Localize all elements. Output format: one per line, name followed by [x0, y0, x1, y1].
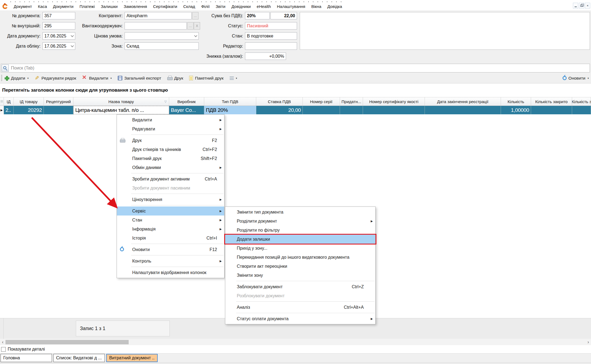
column-header-10[interactable]: Номер сертифікату якості [363, 97, 425, 106]
row-cell-1[interactable]: 2.. [4, 106, 14, 114]
menu-item-14[interactable]: Стан▶ [117, 216, 224, 225]
zone-input[interactable]: Склад [125, 42, 199, 50]
menu-item-11[interactable]: Ціноутворення▶ [117, 195, 224, 204]
show-details-checkbox[interactable] [1, 347, 6, 352]
column-header-11[interactable]: Дата закінчення реєстрації [425, 97, 501, 106]
add-button[interactable]: Додати▾ [4, 76, 29, 81]
row-cell-8[interactable] [303, 106, 340, 114]
menu-item-12[interactable]: АналізCtrl+Alt+A [225, 303, 375, 312]
row-cell-14[interactable] [572, 106, 591, 114]
column-header-5[interactable]: Виробник [169, 97, 204, 106]
delete-button[interactable]: Видалити▾ [82, 76, 112, 81]
export-button[interactable]: Загальний експорт [118, 76, 161, 81]
chevron-down-icon[interactable] [71, 44, 74, 47]
chevron-down-icon[interactable] [71, 34, 74, 37]
search-bar[interactable]: Поиск (Tab) [1, 64, 590, 72]
menu-item-2[interactable]: Каса [35, 4, 50, 9]
discount-field[interactable]: +0,00% [245, 53, 286, 60]
consignee-input[interactable] [125, 22, 187, 30]
menu-item-11[interactable]: Довідники [229, 4, 254, 9]
menu-item-22[interactable]: Налаштувати відображення колонок [117, 268, 224, 277]
column-header-3[interactable]: Рецептурний [44, 97, 73, 106]
row-cell-11[interactable] [425, 106, 501, 114]
menu-item-0[interactable]: Змінити тип документа [225, 208, 375, 217]
row-cell-6[interactable]: ПДВ 20% [204, 106, 256, 114]
menu-item-4[interactable]: Платежі [76, 4, 98, 9]
menu-item-5[interactable]: Пакетний друкShift+F2 [117, 154, 224, 163]
row-cell-7[interactable]: 20,00 [256, 106, 303, 114]
row-cell-5[interactable]: Bayer Co... [169, 106, 204, 114]
menu-item-2[interactable]: Розділити по фільтру [225, 226, 375, 235]
consignee-browse-button[interactable]: ... [187, 22, 194, 30]
menu-item-7[interactable]: Змінити зону [225, 271, 375, 280]
close-button[interactable]: × [585, 3, 590, 8]
price-condition-select[interactable] [125, 32, 199, 40]
menu-item-10[interactable]: Звіти [213, 4, 229, 9]
menu-item-6[interactable]: Обмін даними▶ [117, 163, 224, 172]
vat-percent-field[interactable]: 20% [245, 12, 270, 19]
chevron-down-icon[interactable] [194, 34, 197, 37]
menu-item-8[interactable]: Зробити документ активнимCtrl+A [117, 174, 224, 184]
column-header-9[interactable]: Придатн... [340, 97, 363, 106]
menu-item-1[interactable]: Документ [11, 4, 35, 9]
column-header-7[interactable]: Ставка ПДВ [256, 97, 303, 106]
menu-item-4[interactable]: Прихід у зону... [225, 244, 375, 253]
contractor-input[interactable]: Alexpharm [125, 12, 192, 19]
restore-button[interactable] [579, 3, 584, 8]
column-header-8[interactable]: Номер серії [303, 97, 340, 106]
print-button[interactable]: Друк [167, 76, 183, 81]
column-header-2[interactable]: ІД товару [14, 97, 44, 106]
row-cell-2[interactable]: 20292 [14, 106, 44, 114]
menu-item-13[interactable]: Сервіс▶ [117, 206, 224, 216]
comment-box[interactable] [300, 12, 590, 50]
toolbar-grip[interactable] [1, 75, 2, 81]
grid-row[interactable]: 2..20292Цитра-кальцемин табл. п/о ...Bay… [0, 106, 591, 114]
row-cell-13[interactable] [531, 106, 572, 114]
search-button[interactable] [2, 65, 9, 72]
consignee-clear-button[interactable]: X [194, 22, 200, 30]
row-cell-12[interactable]: 1,00000 [501, 106, 531, 114]
row-indicator[interactable] [0, 106, 4, 114]
contractor-browse-button[interactable]: ... [192, 12, 198, 19]
row-cell-3[interactable] [44, 106, 73, 114]
scroll-left-icon[interactable]: ‹ [1, 339, 5, 345]
menu-item-1[interactable]: Розділити документ▶ [225, 217, 375, 226]
menu-item-18[interactable]: ОновитиF12 [117, 245, 224, 254]
menu-item-14[interactable]: Статус оплати документа▶ [225, 314, 375, 323]
menu-item-6[interactable]: Створити акт переоцінки [225, 262, 375, 271]
menu-item-14[interactable]: Вікна [308, 4, 324, 9]
menu-item-3[interactable]: ДрукF2 [117, 136, 224, 145]
account-date-input[interactable]: 17.06.2025 [42, 42, 75, 50]
column-header-13[interactable]: Кількість закрито [531, 97, 572, 106]
column-header-14[interactable]: Кількість з [572, 97, 591, 106]
scrollbar-thumb[interactable] [5, 340, 129, 344]
batch-print-button[interactable]: Пакетний друк [189, 76, 223, 81]
row-cell-9[interactable] [340, 106, 363, 114]
column-header-6[interactable]: Тип ПДВ [204, 97, 256, 106]
menu-item-16[interactable]: ІсторіяCtrl+I [117, 234, 224, 243]
list-settings-button[interactable]: ▾ [230, 77, 237, 80]
horizontal-scrollbar[interactable]: ‹ › [0, 339, 591, 345]
menu-item-0[interactable]: Видалити▶ [117, 115, 224, 124]
menu-item-8[interactable]: Склад [180, 4, 198, 9]
column-header-12[interactable]: Кількість [501, 97, 531, 106]
column-header-indicator[interactable] [0, 97, 4, 106]
menu-item-5[interactable]: Залишки [98, 4, 121, 9]
column-header-4[interactable]: Назва товару▽ [73, 97, 169, 106]
refresh-button[interactable]: Оновити ▾ [563, 76, 589, 81]
menu-item-13[interactable]: Налаштування [274, 4, 309, 9]
menu-item-6[interactable]: Замовлення [121, 4, 150, 9]
scroll-right-icon[interactable]: › [586, 339, 590, 345]
internal-number-input[interactable]: 295 [42, 22, 75, 30]
menu-item-9[interactable]: Заблокувати документCtrl+Z [225, 282, 375, 291]
column-header-1[interactable]: ІД [4, 97, 14, 106]
group-by-panel[interactable]: Перетягніть заголовок колонки сюди для у… [0, 83, 591, 97]
sum-field[interactable]: 22,00 [270, 12, 297, 19]
menu-item-15[interactable]: Інформація▶ [117, 225, 224, 234]
menu-item-9[interactable]: Філії [198, 4, 213, 9]
edit-row-button[interactable]: Редагувати рядок [35, 76, 76, 81]
menu-item-7[interactable]: Сертифікати [150, 4, 180, 9]
menu-item-4[interactable]: Друк стікерів та цінниківCtrl+F2 [117, 145, 224, 154]
row-cell-4[interactable]: Цитра-кальцемин табл. п/о ... [73, 106, 169, 114]
menu-item-12[interactable]: eHealth [254, 4, 274, 9]
